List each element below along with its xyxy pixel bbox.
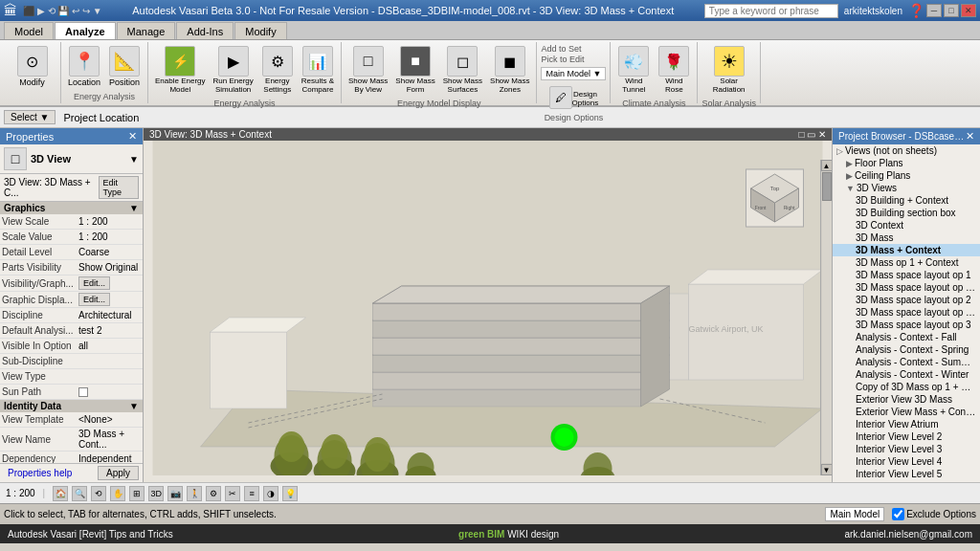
tree-item-3d-mass-op1[interactable]: 3D Mass op 1 + Context <box>833 256 980 269</box>
tree-item-copy-mass-op1[interactable]: Copy of 3D Mass op 1 + Context <box>833 381 980 393</box>
energy-settings-button[interactable]: ⚙ EnergySettings <box>258 44 297 97</box>
nav-settings-icon[interactable]: ⚙ <box>206 486 221 501</box>
main-model-dropdown[interactable]: Main Model ▼ <box>541 67 606 80</box>
nav-pan-icon[interactable]: ✋ <box>110 486 125 501</box>
svg-point-32 <box>365 437 391 472</box>
tree-item-mass-space-layout-op2[interactable]: 3D Mass space layout op 2 <box>833 294 980 306</box>
nav-camera-icon[interactable]: 📷 <box>167 486 183 501</box>
tree-item-3d-context[interactable]: 3D Context <box>833 219 980 231</box>
close-button[interactable]: ✕ <box>961 4 976 17</box>
viewport-canvas[interactable]: Top Front Right Gatwick Airport, UK ▲ ▼ <box>144 141 832 475</box>
tree-item-elevations[interactable]: ▶Elevations <box>833 480 980 482</box>
tab-add-ins[interactable]: Add-Ins <box>176 22 234 39</box>
graphics-collapse-icon[interactable]: ▼ <box>129 203 139 213</box>
show-mass-form-button[interactable]: ■ Show MassForm <box>392 44 437 97</box>
search-input[interactable] <box>704 4 838 18</box>
tree-item-3d-mass[interactable]: 3D Mass <box>833 231 980 244</box>
enable-energy-button[interactable]: ⚡ Enable EnergyModel <box>152 44 208 97</box>
scroll-down-arrow[interactable]: ▼ <box>821 464 833 475</box>
sun-path-checkbox[interactable] <box>78 387 88 397</box>
tab-modify[interactable]: Modify <box>234 22 286 39</box>
nav-section-icon[interactable]: ✂ <box>225 486 240 501</box>
help-icon[interactable]: ❓ <box>908 3 924 18</box>
tree-item-floor-plans[interactable]: ▶Floor Plans <box>833 157 980 169</box>
nav-zoom-icon[interactable]: 🔍 <box>72 486 87 501</box>
tab-model[interactable]: Model <box>4 22 54 39</box>
scroll-thumb[interactable] <box>822 172 832 201</box>
visibility-graphics-label: Visibility/Graph... <box>2 278 78 289</box>
properties-help-link[interactable]: Properties help <box>4 466 76 480</box>
tree-item-interior-level5[interactable]: Interior View Level 5 <box>833 468 980 480</box>
position-button[interactable]: 📐 Position <box>105 44 144 89</box>
show-mass-surfaces-button[interactable]: ◻ Show MassSurfaces <box>440 44 485 97</box>
tree-item-interior-level2[interactable]: Interior View Level 2 <box>833 430 980 443</box>
nav-3d-icon[interactable]: 3D <box>148 486 164 501</box>
exclude-options-checkbox[interactable] <box>892 508 904 520</box>
show-mass-zones-button[interactable]: ◼ Show MassZones <box>487 44 532 97</box>
properties-close-icon[interactable]: ✕ <box>128 130 137 143</box>
graphic-display-edit-button[interactable]: Edit... <box>78 293 110 306</box>
discipline-label: Discipline <box>2 310 78 320</box>
tree-item-analysis-context-spring[interactable]: Analysis - Context - Spring <box>833 343 980 356</box>
scroll-track[interactable] <box>822 172 832 463</box>
tree-item-3d-mass-context[interactable]: 3D Mass + Context <box>833 244 980 256</box>
nav-orbit-icon[interactable]: ⟲ <box>91 486 106 501</box>
show-mass-by-view-button[interactable]: □ Show MassBy View <box>345 44 390 97</box>
tree-item-3d-views[interactable]: ▼3D Views <box>833 182 980 194</box>
tree-item-3d-building-section-box[interactable]: 3D Building section box <box>833 207 980 219</box>
tree-item-interior-level3[interactable]: Interior View Level 3 <box>833 443 980 455</box>
solar-radiation-button[interactable]: ☀ SolarRadiation <box>710 44 748 97</box>
viewport-controls: □ ▭ ✕ <box>798 129 826 140</box>
scroll-up-arrow[interactable]: ▲ <box>821 160 833 171</box>
nav-house-icon[interactable]: 🏠 <box>53 486 68 501</box>
location-button[interactable]: 📍 Location <box>65 44 103 89</box>
apply-button[interactable]: Apply <box>98 466 139 480</box>
tree-item-interior-level4[interactable]: Interior View Level 4 <box>833 455 980 468</box>
tree-item-mass-space-layout-op1-explo[interactable]: 3D Mass space layout op 1 Explo... <box>833 281 980 294</box>
view-type-dropdown-icon[interactable]: ▼ <box>129 154 139 165</box>
project-browser-close-icon[interactable]: ✕ <box>966 130 974 143</box>
edit-type-button[interactable]: Edit Type <box>99 176 139 199</box>
wind-tunnel-button[interactable]: 💨 WindTunnel <box>614 44 653 97</box>
svg-point-26 <box>278 431 305 462</box>
prop-view-name: View Name 3D Mass + Cont... <box>0 428 143 452</box>
design-options-button[interactable]: 🖊 DesignOptions <box>546 84 602 111</box>
tab-analyze[interactable]: Analyze <box>55 22 116 39</box>
identity-data-collapse-icon[interactable]: ▼ <box>129 401 139 411</box>
dependency-label: Dependency <box>2 453 78 463</box>
nav-thin-lines-icon[interactable]: ≡ <box>244 486 259 501</box>
tree-item-analysis-context-winter[interactable]: Analysis - Context - Winter <box>833 368 980 381</box>
tree-item-mass-space-layout-op1[interactable]: 3D Mass space layout op 1 <box>833 269 980 281</box>
run-energy-button[interactable]: ▶ Run EnergySimulation <box>211 44 256 97</box>
model-selector[interactable]: Main Model <box>825 507 884 521</box>
tree-item-mass-space-layout-op2-explo[interactable]: 3D Mass space layout op 2 Explo... <box>833 306 980 319</box>
maximize-button[interactable]: □ <box>944 4 959 17</box>
minimize-button[interactable]: ─ <box>926 4 942 17</box>
tree-item-ceiling-plans[interactable]: ▶Ceiling Plans <box>833 169 980 182</box>
tree-item-analysis-context-fall[interactable]: Analysis - Context - Fall <box>833 331 980 343</box>
nav-walk-icon[interactable]: 🚶 <box>187 486 202 501</box>
viewport-scrollbar[interactable]: ▲ ▼ <box>820 160 832 475</box>
tree-item-views-not-on-sheets[interactable]: ▷Views (not on sheets) <box>833 144 980 157</box>
tree-item-analysis-context-summer[interactable]: Analysis - Context - Summer <box>833 356 980 368</box>
select-dropdown-button[interactable]: Select ▼ <box>4 110 56 124</box>
tree-item-exterior-mass-context[interactable]: Exterior View Mass + Context <box>833 406 980 418</box>
viewport[interactable]: 3D View: 3D Mass + Context □ ▭ ✕ <box>144 128 832 482</box>
modify-button[interactable]: ⊙ Modify <box>13 44 52 89</box>
bottom-left-text: Autodesk Vasari [Revit] Tips and Tricks <box>8 529 173 540</box>
tree-item-3d-building-context[interactable]: 3D Building + Context <box>833 194 980 207</box>
tree-item-exterior-3d-mass[interactable]: Exterior View 3D Mass <box>833 393 980 406</box>
nav-lighting-icon[interactable]: 💡 <box>282 486 298 501</box>
nav-shadows-icon[interactable]: ◑ <box>263 486 278 501</box>
results-compare-button[interactable]: 📊 Results &Compare <box>299 44 337 97</box>
view-type-selector[interactable]: □ 3D View ▼ <box>0 144 143 174</box>
prop-view-type: View Type <box>0 369 143 385</box>
tree-item-mass-space-layout-op3[interactable]: 3D Mass space layout op 3 <box>833 319 980 331</box>
identity-data-section-header: Identity Data ▼ <box>0 400 143 412</box>
app-icon: 🏛 <box>4 3 17 18</box>
wind-rose-button[interactable]: 🌹 WindRose <box>655 44 693 97</box>
visibility-edit-button[interactable]: Edit... <box>78 276 110 290</box>
tab-manage[interactable]: Manage <box>117 22 176 39</box>
tree-item-interior-atrium[interactable]: Interior View Atrium <box>833 418 980 430</box>
nav-zoom-fit-icon[interactable]: ⊞ <box>129 486 145 501</box>
